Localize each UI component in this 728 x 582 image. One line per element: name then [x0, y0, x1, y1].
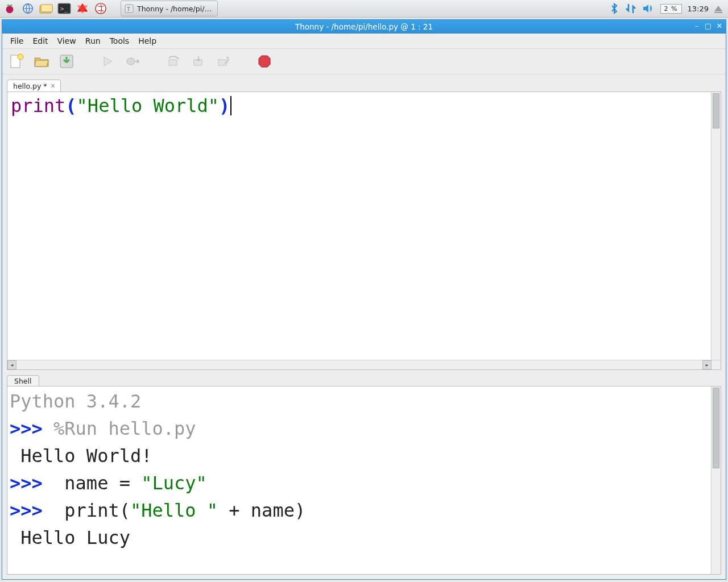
window-titlebar[interactable]: Thonny - /home/pi/hello.py @ 1 : 21 – ▢ …: [2, 20, 726, 34]
editor-scrollbar-vertical[interactable]: [711, 92, 721, 369]
eject-icon[interactable]: [714, 6, 722, 11]
shell-scrollbar-vertical[interactable]: [711, 386, 721, 574]
shell-code: print(: [53, 500, 130, 521]
mathematica-icon[interactable]: [75, 1, 90, 16]
menu-help[interactable]: Help: [135, 35, 160, 47]
svg-rect-3: [41, 5, 52, 12]
code-token-string: "Hello World": [77, 95, 219, 117]
save-file-button[interactable]: [58, 53, 75, 70]
web-browser-icon[interactable]: [20, 1, 35, 16]
run-button[interactable]: [99, 53, 116, 70]
stop-button[interactable]: [256, 53, 273, 70]
new-file-button[interactable]: [8, 53, 25, 70]
shell-code-string: "Hello ": [130, 500, 218, 521]
shell-output-line: Hello World!: [10, 445, 152, 467]
volume-icon[interactable]: [642, 3, 655, 14]
menu-bar: File Edit View Run Tools Help: [2, 34, 726, 49]
raspberry-menu-icon[interactable]: [2, 1, 17, 16]
editor-scrollbar-horizontal[interactable]: ◂ ▸: [7, 360, 721, 369]
shell-pane: Shell Python 3.4.2 >>> %Run hello.py Hel…: [2, 370, 726, 579]
network-icon[interactable]: [625, 3, 636, 14]
shell-code: + name): [218, 500, 305, 521]
wolfram-icon[interactable]: [93, 1, 108, 16]
svg-point-12: [18, 54, 23, 60]
editor-pane: hello.py * ✕ print("Hello World") ◂ ▸: [2, 74, 726, 370]
cpu-usage-indicator: 2 %: [660, 4, 682, 14]
text-cursor: [230, 96, 231, 115]
toolbar: [2, 49, 726, 74]
svg-point-0: [6, 6, 14, 13]
os-taskbar: >_ T Thonny - /home/pi/… 2 % 13:29: [0, 0, 728, 18]
shell-code-string: "Lucy": [141, 472, 207, 494]
shell-output[interactable]: Python 3.4.2 >>> %Run hello.py Hello Wor…: [7, 386, 721, 575]
svg-marker-14: [104, 57, 112, 66]
bluetooth-icon[interactable]: [609, 3, 619, 14]
shell-code: name =: [53, 472, 141, 494]
shell-prompt: >>>: [10, 472, 53, 494]
scroll-right-icon[interactable]: ▸: [702, 360, 712, 369]
code-token-paren-close: ): [219, 95, 230, 117]
code-editor[interactable]: print("Hello World") ◂ ▸: [7, 92, 721, 370]
window-minimize-button[interactable]: –: [693, 22, 701, 30]
window-title: Thonny - /home/pi/hello.py @ 1 : 21: [295, 22, 433, 31]
terminal-icon[interactable]: >_: [57, 1, 72, 16]
svg-text:>_: >_: [60, 5, 68, 13]
debug-button[interactable]: [124, 53, 141, 70]
shell-content[interactable]: Python 3.4.2 >>> %Run hello.py Hello Wor…: [7, 386, 712, 574]
shell-version: Python 3.4.2: [10, 390, 141, 412]
svg-rect-18: [218, 60, 226, 65]
step-out-button[interactable]: [215, 53, 232, 70]
clock: 13:29: [688, 5, 709, 13]
svg-text:T: T: [127, 6, 130, 12]
scroll-left-icon[interactable]: ◂: [7, 360, 16, 369]
window-maximize-button[interactable]: ▢: [704, 22, 712, 30]
window-close-button[interactable]: ✕: [715, 22, 723, 30]
step-over-button[interactable]: [165, 53, 182, 70]
open-file-button[interactable]: [33, 53, 50, 70]
svg-point-15: [127, 58, 135, 65]
code-token-fn: print: [11, 95, 65, 117]
svg-marker-19: [259, 56, 270, 67]
shell-tab[interactable]: Shell: [7, 375, 39, 386]
step-into-button[interactable]: [190, 53, 207, 70]
close-tab-icon[interactable]: ✕: [51, 82, 56, 90]
menu-edit[interactable]: Edit: [29, 35, 51, 47]
file-tab-hello[interactable]: hello.py * ✕: [7, 80, 61, 92]
code-area[interactable]: print("Hello World"): [7, 92, 712, 360]
code-token-paren-open: (: [65, 95, 76, 117]
thonny-window: Thonny - /home/pi/hello.py @ 1 : 21 – ▢ …: [2, 19, 726, 580]
shell-prompt: >>>: [10, 500, 53, 521]
menu-tools[interactable]: Tools: [106, 35, 133, 47]
file-tab-label: hello.py *: [13, 82, 47, 90]
shell-run-cmd: %Run hello.py: [53, 418, 196, 439]
taskbar-app-button[interactable]: T Thonny - /home/pi/…: [121, 1, 218, 16]
shell-prompt: >>>: [10, 418, 53, 439]
menu-run[interactable]: Run: [82, 35, 104, 47]
thonny-app-icon: T: [125, 4, 134, 13]
taskbar-app-label: Thonny - /home/pi/…: [137, 5, 212, 13]
menu-file[interactable]: File: [7, 35, 27, 47]
shell-output-line: Hello Lucy: [10, 527, 130, 548]
file-manager-icon[interactable]: [39, 1, 53, 16]
svg-rect-16: [169, 60, 177, 65]
menu-view[interactable]: View: [54, 35, 80, 47]
